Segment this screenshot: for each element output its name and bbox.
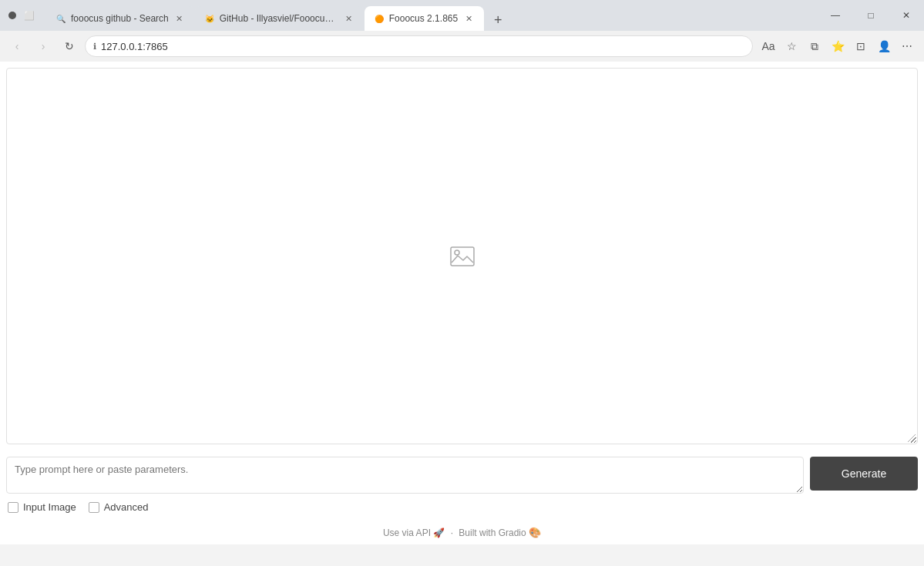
tab-title-search: fooocus github - Search [71, 13, 169, 24]
api-emoji: 🚀 [433, 527, 445, 538]
favorites-icon[interactable]: ☆ [781, 35, 802, 57]
prompt-row: Generate [6, 457, 918, 494]
image-area [6, 68, 918, 444]
tab-favicon-github: 🐱 [204, 13, 215, 24]
address-info-icon: ℹ [93, 42, 96, 52]
advanced-checkbox-item[interactable]: Advanced [89, 501, 149, 513]
back-button[interactable]: ‹ [6, 35, 28, 57]
tab-title-github: GitHub - Illyasviel/Fooocus: Foo... [220, 13, 338, 24]
svg-line-3 [908, 434, 916, 442]
new-tab-button[interactable]: + [487, 9, 509, 31]
input-image-checkbox-item[interactable]: Input Image [8, 501, 76, 513]
browser-new-window-icon[interactable]: ⬜ [23, 9, 35, 22]
svg-point-0 [8, 12, 16, 19]
browser-menu-icon[interactable] [6, 9, 18, 22]
tab-search[interactable]: 🔍 fooocus github - Search ✕ [46, 6, 195, 31]
advanced-label: Advanced [104, 501, 149, 513]
page-footer: Use via API 🚀 · Built with Gradio 🎨 [0, 521, 924, 544]
maximize-button[interactable]: □ [853, 3, 889, 28]
tab-favicon-search: 🔍 [55, 13, 66, 24]
bottom-controls: Generate Input Image Advanced [0, 450, 924, 521]
built-emoji: 🎨 [529, 527, 541, 538]
tab-bar: 🔍 fooocus github - Search ✕ 🐱 GitHub - I… [46, 0, 818, 31]
advanced-checkbox[interactable] [89, 502, 99, 513]
input-image-label: Input Image [23, 501, 76, 513]
minimize-button[interactable]: — [818, 3, 853, 28]
collections-icon[interactable]: ⊡ [850, 35, 872, 57]
image-placeholder [450, 244, 475, 269]
tab-bar-filler [509, 3, 818, 31]
tab-close-fooocus[interactable]: ✕ [462, 12, 475, 25]
tab-github[interactable]: 🐱 GitHub - Illyasviel/Fooocus: Foo... ✕ [195, 6, 365, 31]
svg-line-4 [911, 437, 916, 442]
tab-close-search[interactable]: ✕ [173, 12, 186, 25]
built-text: Built with Gradio [459, 527, 526, 538]
split-screen-icon[interactable]: ⧉ [804, 35, 825, 57]
address-text: 127.0.0.1:7865 [101, 41, 744, 52]
checkbox-row: Input Image Advanced [6, 500, 918, 514]
input-image-checkbox[interactable] [8, 502, 18, 513]
tab-title-fooocus: Fooocus 2.1.865 [389, 13, 458, 24]
reader-mode-icon[interactable]: Aa [758, 35, 779, 57]
profile-icon[interactable]: 👤 [873, 35, 895, 57]
toolbar-icons: Aa ☆ ⧉ ⭐ ⊡ 👤 ⋯ [758, 35, 918, 57]
address-input-wrapper[interactable]: ℹ 127.0.0.1:7865 [85, 35, 753, 57]
footer-separator: · [451, 527, 453, 538]
tab-fooocus[interactable]: 🟠 Fooocus 2.1.865 ✕ [365, 6, 484, 31]
browser-chrome: ⬜ 🔍 fooocus github - Search ✕ 🐱 GitHub -… [0, 0, 924, 62]
svg-rect-1 [451, 247, 474, 266]
resize-handle[interactable] [908, 434, 916, 442]
svg-point-2 [455, 250, 459, 255]
api-text: Use via API [383, 527, 431, 538]
tab-close-github[interactable]: ✕ [343, 12, 355, 25]
forward-button[interactable]: › [32, 35, 54, 57]
prompt-textarea[interactable] [6, 457, 804, 494]
close-button[interactable]: ✕ [889, 3, 924, 28]
tab-favicon-fooocus: 🟠 [374, 13, 385, 24]
generate-button[interactable]: Generate [810, 457, 918, 491]
extensions-icon[interactable]: ⭐ [827, 35, 848, 57]
address-bar: ‹ › ↻ ℹ 127.0.0.1:7865 Aa ☆ ⧉ ⭐ ⊡ 👤 ⋯ [0, 31, 924, 62]
reload-button[interactable]: ↻ [59, 35, 80, 57]
api-link[interactable]: Use via API 🚀 [383, 527, 448, 538]
page-content: Generate Input Image Advanced Use via AP… [0, 62, 924, 544]
window-controls: — □ ✕ [818, 0, 924, 31]
settings-icon[interactable]: ⋯ [896, 35, 918, 57]
